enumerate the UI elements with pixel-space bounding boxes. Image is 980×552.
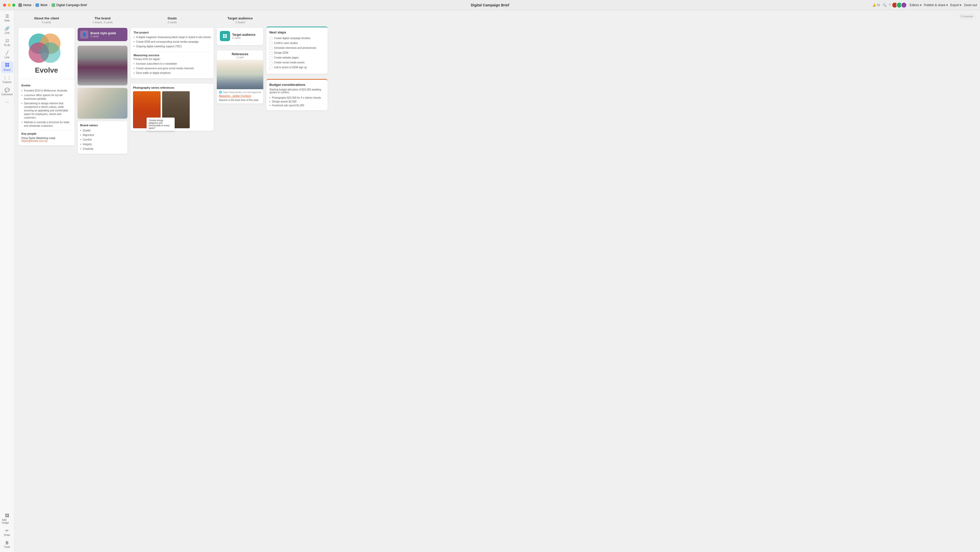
- target-card-header: Target audience 2 cards: [220, 31, 260, 41]
- sidebar-item-comment[interactable]: 💬 Comment: [1, 86, 13, 97]
- editors-button[interactable]: Editors ▾: [910, 3, 921, 7]
- project-bullets: A digital magazine showcasing latest ran…: [134, 35, 211, 49]
- page-title: Digital Campaign Brief: [471, 3, 509, 7]
- titlebar-actions: 🔔 21 🔍 ? Editors ▾ Publish & share ▾ Exp…: [872, 2, 977, 8]
- home-label[interactable]: Home: [23, 3, 32, 7]
- note-label: Note: [4, 19, 10, 22]
- search-icon[interactable]: 🔍: [883, 3, 886, 7]
- checkbox-7[interactable]: [269, 66, 272, 69]
- close-button[interactable]: [3, 3, 6, 6]
- target-subheader: 1 board: [217, 21, 263, 24]
- checkbox-4[interactable]: [269, 52, 272, 55]
- check-item-5: Create website pages: [269, 56, 325, 59]
- references-header: References: [219, 53, 261, 56]
- references-header-section: References 1 card: [217, 50, 263, 60]
- sidebar-item-draw[interactable]: ✏ Draw: [1, 527, 13, 538]
- link-icon: 🔗: [5, 26, 10, 31]
- minimize-button[interactable]: [8, 3, 11, 6]
- help-icon[interactable]: ?: [889, 3, 891, 7]
- kpi-bullets: Increase subscribers to e-newsletter Cre…: [134, 62, 211, 75]
- more-icon: ···: [5, 100, 9, 105]
- work-label[interactable]: Work: [40, 3, 48, 7]
- brief-icon: [52, 3, 55, 7]
- brand-style-icon: 👤: [80, 30, 88, 38]
- next-steps-card: Next steps Create digital campaign timel…: [266, 27, 328, 74]
- breadcrumb: Home › Work › Digital Campaign Brief: [18, 3, 87, 7]
- key-people-section: Key people Fiona Taylor (Marketing Lead)…: [21, 132, 72, 142]
- addimage-label: Add image: [2, 518, 12, 524]
- breadcrumb-work[interactable]: Work: [35, 3, 48, 7]
- ref-link[interactable]: Magazine - Jardan Furniture: [219, 94, 251, 97]
- check-label-4: Design EDM: [274, 51, 288, 54]
- avatar-3: [901, 2, 907, 8]
- check-item-6: Create social media assets: [269, 61, 325, 64]
- brand-chair-card: [78, 46, 127, 85]
- check-item-2: Confirm case studies: [269, 41, 325, 45]
- traffic-lights: [3, 3, 15, 6]
- next-steps-title: Next steps: [269, 30, 325, 34]
- draw-label: Draw: [4, 534, 10, 536]
- svg-rect-7: [225, 36, 227, 38]
- maximize-button[interactable]: [12, 3, 15, 6]
- link-label: Link: [5, 32, 9, 34]
- budget-desc: Starting budget allocation of $15,000 aw…: [269, 88, 325, 94]
- value-alignment: Alignment: [80, 133, 125, 137]
- publish-label: Publish & share: [924, 3, 945, 7]
- value-creativity: Creativity: [80, 147, 125, 151]
- zoom-button[interactable]: Zoom out: [964, 3, 977, 7]
- breadcrumb-home[interactable]: Home: [18, 3, 32, 7]
- breadcrumb-brief[interactable]: Digital Campaign Brief: [52, 3, 87, 7]
- notification-count[interactable]: 🔔 21: [872, 3, 880, 6]
- checkbox-6[interactable]: [269, 61, 272, 64]
- kpis-label: Primary KPIs for digital :: [134, 58, 211, 61]
- sidebar-item-note[interactable]: ☰ Note: [1, 12, 13, 24]
- brand-values-title: Brand values: [80, 124, 125, 127]
- export-button[interactable]: Export ▾: [950, 3, 962, 7]
- comment-label: Comment: [2, 93, 13, 96]
- sidebar-item-board[interactable]: Board: [1, 61, 13, 73]
- checkbox-5[interactable]: [269, 56, 272, 59]
- brand-values-list: Quality Alignment Comfort Integrity Crea…: [80, 128, 125, 151]
- brand-header: The brand 1 board, 3 cards: [78, 16, 127, 25]
- publish-button[interactable]: Publish & share ▾: [924, 3, 948, 7]
- checkbox-1[interactable]: [269, 37, 272, 40]
- sidebar-item-trash[interactable]: 🗑 Trash: [1, 539, 13, 550]
- target-board-label: Target audience: [232, 33, 255, 37]
- bullet-4: Website is currently a brochure for trad…: [21, 120, 72, 128]
- sidebar-item-column[interactable]: ⋮⋮ Column: [1, 74, 13, 85]
- brief-label[interactable]: Digital Campaign Brief: [56, 3, 87, 7]
- export-label: Export: [950, 3, 959, 7]
- about-client-subheader: 3 cards: [18, 21, 75, 24]
- column-label: Column: [3, 81, 11, 84]
- venn-circle-overlap: [40, 42, 60, 63]
- app-layout: ☰ Note 🔗 Link ☑ To-do ╱ Line Board ⋮⋮ Co…: [0, 10, 980, 552]
- target-title: Target audience: [217, 16, 263, 20]
- sidebar-item-addimage[interactable]: 🖼 Add image: [1, 512, 13, 526]
- company-name: Evolve: [21, 84, 72, 87]
- references-card: References 1 card 🌐 https://www.jardan.c…: [217, 50, 263, 104]
- checkbox-3[interactable]: [269, 47, 272, 50]
- unsorted-badge: 0 Unsorted: [958, 14, 976, 19]
- trash-icon: 🗑: [5, 541, 9, 545]
- check-label-7: Call to action to EDM sign up: [274, 66, 307, 69]
- trash-label: Trash: [4, 546, 10, 549]
- quote-text: "Evolve brings elegance and functionalit…: [149, 119, 170, 129]
- person-email[interactable]: ftaylor@evolve.com.au: [21, 140, 72, 142]
- budget-list: Photography $10,000 for 4 x interior sho…: [269, 96, 325, 107]
- check-item-4: Design EDM: [269, 51, 325, 55]
- sidebar-item-todo[interactable]: ☑ To-do: [1, 37, 13, 48]
- line-label: Line: [5, 56, 10, 59]
- sidebar-item-link[interactable]: 🔗 Link: [1, 24, 13, 36]
- target-board-cards: 2 cards: [232, 37, 255, 39]
- checkbox-2[interactable]: [269, 42, 272, 45]
- sidebar-item-line[interactable]: ╱ Line: [1, 49, 13, 60]
- brand-style-cards: 0 cards: [91, 35, 116, 38]
- brand-style-card[interactable]: 👤 Brand style guide 0 cards: [78, 28, 127, 41]
- check-item-1: Create digital campaign timeline: [269, 37, 325, 40]
- sidebar-item-more[interactable]: ···: [1, 98, 13, 106]
- kpi-bullet-2: Create awareness and grow social media c…: [134, 66, 211, 71]
- person-name: Fiona Taylor (Marketing Lead): [21, 137, 72, 140]
- svg-rect-6: [223, 36, 225, 38]
- project-section: The project A digital magazine showcasin…: [134, 31, 211, 49]
- target-board-text: Target audience 2 cards: [232, 33, 255, 39]
